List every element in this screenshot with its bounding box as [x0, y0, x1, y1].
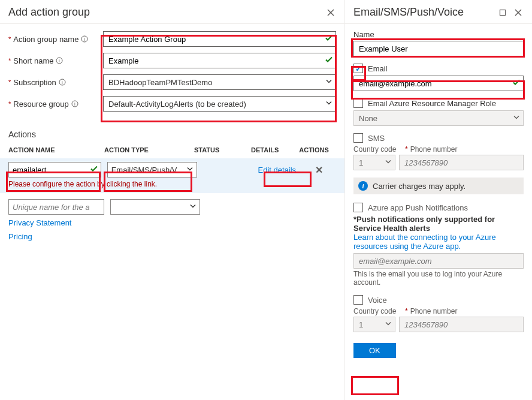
- push-learn-link[interactable]: Learn about the connecting to your Azure…: [353, 233, 524, 251]
- check-icon: [325, 56, 332, 65]
- sms-checkbox[interactable]: [353, 133, 363, 143]
- action-group-name-label: Action group name: [13, 35, 78, 44]
- push-email-input[interactable]: [353, 253, 524, 269]
- short-name-label: Short name: [13, 56, 53, 65]
- country-code-label: Country code: [353, 307, 399, 315]
- push-help-text: This is the email you use to log into yo…: [353, 270, 524, 287]
- svg-text:i: i: [84, 37, 86, 42]
- info-icon: i: [358, 181, 368, 191]
- email-label: Email: [368, 64, 388, 73]
- voice-label: Voice: [368, 296, 387, 305]
- voice-country-code-select[interactable]: 1: [353, 317, 395, 332]
- rp-name-label: Name: [353, 30, 524, 39]
- pricing-link[interactable]: Pricing: [8, 232, 336, 241]
- sms-label: SMS: [368, 134, 385, 143]
- close-icon[interactable]: [325, 7, 336, 18]
- info-icon[interactable]: i: [56, 57, 63, 64]
- arm-role-label: Email Azure Resource Manager Role: [368, 99, 496, 108]
- subscription-label: Subscription: [13, 78, 56, 87]
- right-title: Email/SMS/Push/Voice: [353, 6, 464, 19]
- email-sms-push-voice-pane: Email/SMS/Push/Voice Name Email Email Az…: [345, 0, 532, 400]
- action-row-new: [0, 193, 344, 215]
- close-icon[interactable]: [513, 7, 524, 18]
- push-label: Azure app Push Notifications: [368, 203, 468, 212]
- check-icon: [325, 35, 332, 44]
- col-details: DETAILS: [251, 146, 296, 154]
- col-action-type: ACTION TYPE: [104, 146, 194, 154]
- right-header: Email/SMS/Push/Voice: [345, 0, 532, 24]
- maximize-icon[interactable]: [497, 7, 508, 18]
- action-group-name-input[interactable]: [103, 31, 336, 47]
- form-area: *Action group namei *Short namei *Subscr…: [0, 24, 344, 125]
- subscription-select[interactable]: BDHadoopTeamPMTestDemo: [103, 74, 336, 90]
- left-header: Add action group: [0, 0, 344, 24]
- phone-number-label: Phone number: [410, 307, 458, 315]
- ok-button[interactable]: OK: [353, 343, 396, 358]
- carrier-info: i Carrier charges may apply.: [353, 178, 524, 194]
- right-body: Name Email Email Azure Resource Manager …: [345, 24, 532, 400]
- email-checkbox[interactable]: [353, 64, 363, 73]
- voice-checkbox[interactable]: [353, 295, 363, 305]
- svg-text:i: i: [74, 101, 75, 107]
- info-icon[interactable]: i: [59, 79, 66, 86]
- action-error-msg: Please configure the action by clicking …: [0, 179, 344, 193]
- push-checkbox[interactable]: [353, 203, 363, 212]
- action-row-1: Email/SMS/Push/V... Edit details ✕: [0, 158, 344, 179]
- required-star: *: [8, 35, 11, 43]
- voice-phone-input[interactable]: [399, 317, 524, 332]
- resource-group-label: Resource group: [13, 100, 69, 109]
- arm-role-select[interactable]: None: [353, 110, 524, 126]
- actions-section-title: Actions: [0, 125, 344, 142]
- new-action-name-input[interactable]: [8, 199, 104, 215]
- svg-rect-8: [500, 10, 506, 15]
- action-type-select[interactable]: Email/SMS/Push/V...: [107, 162, 197, 178]
- short-name-input[interactable]: [103, 53, 336, 68]
- privacy-statement-link[interactable]: Privacy Statement: [8, 218, 336, 227]
- sms-country-code-select[interactable]: 1: [353, 155, 395, 170]
- svg-text:i: i: [62, 80, 63, 85]
- new-action-type-select[interactable]: [110, 199, 200, 215]
- info-icon[interactable]: i: [81, 35, 88, 43]
- edit-details-link[interactable]: Edit details: [258, 166, 297, 175]
- left-title: Add action group: [8, 6, 90, 19]
- rp-name-input[interactable]: [353, 41, 524, 56]
- phone-number-label: Phone number: [410, 145, 458, 154]
- rp-email-input[interactable]: [353, 76, 524, 91]
- remove-row-button[interactable]: ✕: [301, 164, 336, 176]
- svg-text:i: i: [59, 58, 61, 64]
- check-icon: [513, 79, 520, 88]
- arm-role-checkbox[interactable]: [353, 98, 363, 108]
- sms-phone-input[interactable]: [399, 155, 524, 170]
- add-action-group-pane: Add action group *Action group namei *Sh…: [0, 0, 345, 400]
- push-note: *Push notifications only supported for S…: [353, 215, 524, 233]
- col-action-name: ACTION NAME: [8, 146, 104, 154]
- col-status: STATUS: [194, 146, 251, 154]
- action-name-input[interactable]: [8, 162, 101, 178]
- resource-group-select[interactable]: Default-ActivityLogAlerts (to be created…: [103, 96, 336, 112]
- country-code-label: Country code: [353, 145, 399, 154]
- col-actions: ACTIONS: [296, 146, 332, 154]
- actions-columns: ACTION NAME ACTION TYPE STATUS DETAILS A…: [0, 142, 344, 158]
- info-icon[interactable]: i: [71, 100, 78, 107]
- check-icon: [90, 166, 98, 175]
